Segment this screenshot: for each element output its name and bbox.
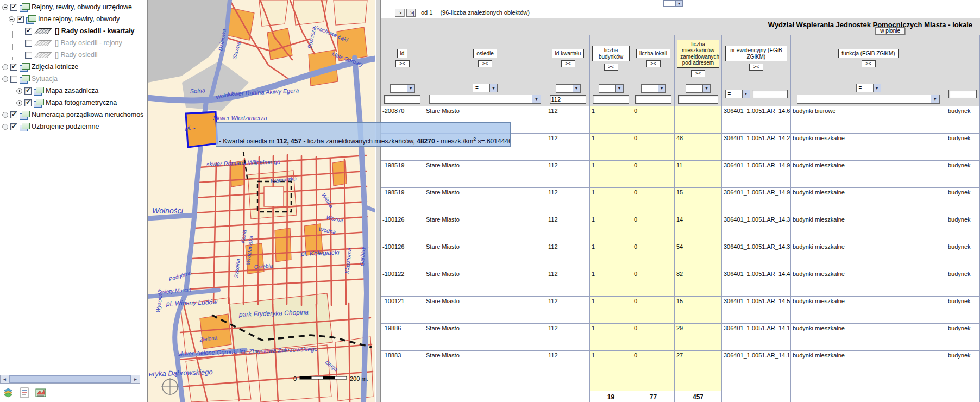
table-cell[interactable]: budynek <box>946 215 980 242</box>
table-row[interactable]: -100126Stare Miasto1121054306401_1.0051.… <box>381 242 980 269</box>
table-cell[interactable]: 112 <box>546 242 590 269</box>
filter-operator-select[interactable]: =▼ <box>473 84 498 92</box>
tree-expand-handle[interactable] <box>2 64 8 70</box>
table-cell[interactable]: 306401_1.0051.AR_14.6.20_BUD <box>722 106 791 133</box>
table-row[interactable]: -18883Stare Miasto1121027306401_1.0051.A… <box>381 351 980 378</box>
horizontal-scrollbar[interactable]: ◄ ► <box>0 375 140 384</box>
column-header-liczba-budynkow[interactable]: liczba budynków <box>592 46 630 61</box>
table-cell[interactable]: 0 <box>632 215 675 242</box>
table-cell[interactable]: 0 <box>632 324 675 350</box>
tree-expand-handle[interactable] <box>2 76 8 82</box>
table-cell[interactable]: Stare Miasto <box>424 215 546 242</box>
table-cell[interactable]: 306401_1.0051.AR_14.5.2_BUD <box>722 297 791 323</box>
table-cell[interactable]: Stare Miasto <box>424 324 546 350</box>
table-cell[interactable]: 0 <box>632 351 675 378</box>
filter-operator-select[interactable]: =▼ <box>556 84 581 93</box>
document-tool-icon[interactable] <box>18 387 30 399</box>
filter-operator-select[interactable]: =▼ <box>686 84 711 93</box>
filter-input[interactable] <box>678 95 718 104</box>
tree-item[interactable]: Sytuacja <box>0 73 147 85</box>
tree-item[interactable]: Mapa zasadnicza <box>0 85 147 97</box>
layer-checkbox[interactable] <box>25 52 32 59</box>
sort-button[interactable]: >< <box>646 60 661 67</box>
table-cell[interactable]: 112 <box>546 297 590 323</box>
table-cell[interactable]: 112 <box>546 351 590 378</box>
filter-operator-select[interactable]: =▼ <box>390 84 415 93</box>
table-cell[interactable]: budynek <box>946 161 980 187</box>
toolbar-dropdown[interactable]: ▼ <box>663 0 683 7</box>
table-cell[interactable]: 0 <box>632 269 675 296</box>
filter-operator-select[interactable]: =▼ <box>641 84 666 93</box>
layer-checkbox[interactable] <box>24 99 32 106</box>
filter-input[interactable] <box>948 90 977 98</box>
table-cell[interactable]: 306401_1.0051.AR_14.2.14_BUD <box>722 134 791 160</box>
column-header-nr-ewidencyjny[interactable]: nr ewidencyjny (EGiB ZGiKM) <box>725 46 787 61</box>
table-cell[interactable]: budynek <box>946 106 980 133</box>
filter-input[interactable] <box>550 95 587 104</box>
table-cell[interactable]: 1 <box>590 324 632 350</box>
table-cell[interactable]: 1 <box>590 188 632 215</box>
table-cell[interactable]: 0 <box>632 242 675 269</box>
table-cell[interactable]: 112 <box>546 269 590 296</box>
table-cell[interactable]: -100121 <box>381 297 424 323</box>
table-cell[interactable]: budynki mieszkalne <box>791 297 946 323</box>
tree-item[interactable]: [] Rady osiedli - kwartały <box>0 25 147 37</box>
tree-item[interactable]: Inne rejony, rewiry, obwody <box>0 13 147 25</box>
table-cell[interactable]: 27 <box>675 351 722 378</box>
table-cell[interactable]: 112 <box>546 215 590 242</box>
table-cell[interactable]: -100122 <box>381 269 424 296</box>
tree-item[interactable]: Mapa fotogrametryczna <box>0 97 147 109</box>
table-cell[interactable]: budynki mieszkalne <box>791 324 946 350</box>
last-page-button[interactable]: >| <box>406 9 416 17</box>
scrollbar-thumb[interactable] <box>9 375 131 383</box>
table-cell[interactable]: budynek <box>946 324 980 350</box>
layer-checkbox[interactable] <box>25 28 32 35</box>
filter-operator-select[interactable]: =▼ <box>725 90 750 98</box>
table-cell[interactable]: Stare Miasto <box>424 242 546 269</box>
table-cell[interactable]: budynki mieszkalne <box>791 215 946 242</box>
column-header-funkcja[interactable]: funkcja (EGiB ZGiKM) <box>838 49 898 59</box>
filter-input[interactable] <box>593 95 629 104</box>
table-cell[interactable]: budynek <box>946 297 980 323</box>
table-cell[interactable]: 1 <box>590 297 632 323</box>
layer-checkbox[interactable] <box>10 111 17 118</box>
table-row[interactable]: -198519Stare Miasto1121011306401_1.0051.… <box>381 161 980 188</box>
table-cell[interactable]: 1 <box>590 161 632 187</box>
table-cell[interactable]: -18883 <box>381 351 424 378</box>
table-cell[interactable]: 1 <box>590 351 632 378</box>
tree-expand-handle[interactable] <box>16 88 22 94</box>
table-cell[interactable]: 0 <box>632 161 675 187</box>
table-cell[interactable]: budynki mieszkalne <box>791 161 946 187</box>
table-row[interactable]: -100122Stare Miasto1121082306401_1.0051.… <box>381 269 980 297</box>
tree-expand-handle[interactable] <box>16 100 22 106</box>
tree-expand-handle[interactable] <box>2 4 8 10</box>
table-cell[interactable]: 112 <box>546 161 590 187</box>
orientation-button[interactable]: w pionie <box>875 27 905 35</box>
table-cell[interactable]: budynek <box>946 188 980 215</box>
table-cell[interactable]: 1 <box>590 134 632 160</box>
table-cell[interactable]: -100126 <box>381 242 424 269</box>
table-cell[interactable]: 306401_1.0051.AR_14.9.11_BUD <box>722 161 791 187</box>
tree-item[interactable]: [] Rady osiedli <box>0 49 147 61</box>
filter-operator-select[interactable]: =▼ <box>856 84 881 92</box>
table-cell[interactable]: budynek <box>946 269 980 296</box>
table-cell[interactable]: 15 <box>675 297 722 323</box>
layer-checkbox[interactable] <box>10 64 17 71</box>
table-cell[interactable]: budynek <box>946 351 980 378</box>
layer-checkbox[interactable] <box>10 123 17 130</box>
table-cell[interactable]: 14 <box>675 215 722 242</box>
tree-item[interactable]: [] Rady osiedli - rejony <box>0 37 147 49</box>
table-cell[interactable]: 1 <box>590 269 632 296</box>
table-cell[interactable]: 306401_1.0051.AR_14.3.1_BUD <box>722 242 791 269</box>
table-cell[interactable]: -198519 <box>381 161 424 187</box>
table-cell[interactable]: 306401_1.0051.AR_14.10/1.1_BUD <box>722 324 791 350</box>
tree-item[interactable]: Numeracja porządkowa nieruchomoś <box>0 109 147 121</box>
table-cell[interactable]: 29 <box>675 324 722 350</box>
tree-item[interactable]: Uzbrojenie podziemne <box>0 121 147 133</box>
table-cell[interactable]: -19886 <box>381 324 424 350</box>
layer-checkbox[interactable] <box>10 4 17 11</box>
table-cell[interactable]: 15 <box>675 188 722 215</box>
table-cell[interactable]: 48 <box>675 134 722 160</box>
table-cell[interactable]: 112 <box>546 324 590 350</box>
column-header-osiedle[interactable]: osiedle <box>473 49 497 59</box>
